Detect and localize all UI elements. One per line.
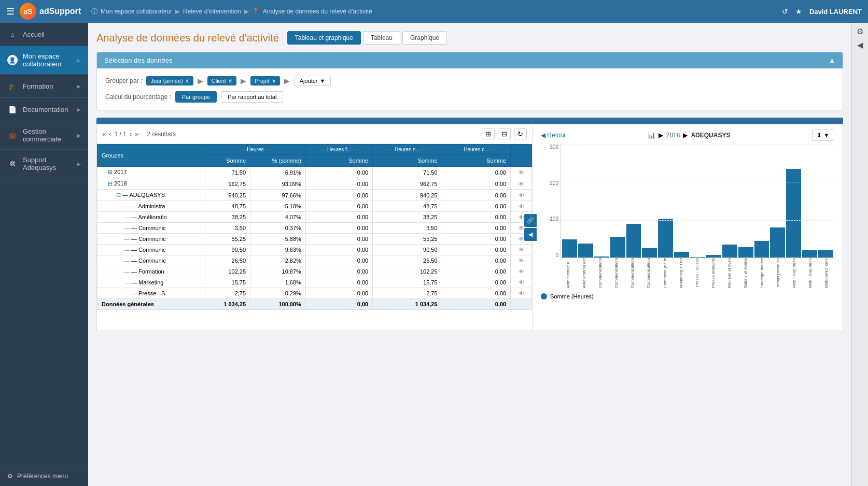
table-cell-pct: 97,66% (250, 190, 306, 201)
bar-item[interactable] (818, 144, 833, 258)
eye-icon[interactable]: 👁 (519, 203, 524, 209)
table-cell-eye[interactable]: 👁 (511, 288, 532, 299)
eye-icon[interactable]: 👁 (519, 268, 524, 275)
bar-item[interactable] (770, 144, 785, 258)
last-page-btn[interactable]: » (135, 130, 138, 138)
next-page-btn[interactable]: › (130, 130, 132, 138)
eye-icon[interactable]: 👁 (519, 214, 524, 220)
sidebar-footer-preferences[interactable]: ⚙ Préférences menu (0, 466, 88, 486)
add-group-btn[interactable]: Ajouter ▼ (294, 76, 331, 86)
table-cell-somme1: 90,50 (205, 245, 250, 255)
bar-item[interactable] (722, 144, 737, 258)
tag-projet-remove[interactable]: ✕ (272, 78, 276, 84)
pagination-bar: « ‹ 1 / 1 › » 2 résultats ⊞ ⊟ ↻ (97, 124, 532, 144)
tab-tableau[interactable]: Tableau (363, 31, 400, 45)
doc-icon: 📄 (7, 104, 18, 115)
table-cell-eye[interactable]: 👁 (511, 266, 532, 277)
table-cell-somme4: 0,00 (442, 288, 511, 299)
bar-item[interactable] (706, 144, 721, 258)
tag-jour-remove[interactable]: ✕ (185, 78, 189, 84)
eye-icon[interactable]: 👁 (519, 181, 524, 187)
sidebar-item-documentation[interactable]: 📄 Documentation ▶ (0, 98, 88, 121)
table-cell-pct: 5,88% (250, 234, 306, 245)
table-cell-somme3: 38,25 (373, 212, 442, 223)
breadcrumb-item-1[interactable]: Mon espace collaborateur (101, 8, 172, 15)
bar-label: Communications diver... (625, 258, 640, 289)
bar-item[interactable] (690, 144, 705, 258)
side-arrow-link[interactable]: 🔗 (524, 214, 537, 227)
y-axis: 300 200 100 0 (541, 144, 561, 258)
eye-icon[interactable]: 👁 (519, 169, 524, 176)
eye-icon[interactable]: 👁 (519, 192, 524, 198)
table-cell-somme4: 0,00 (442, 234, 511, 245)
chart-year[interactable]: 2018 (666, 132, 680, 139)
tag-client-remove[interactable]: ✕ (228, 78, 232, 84)
table-cell-eye[interactable]: 👁 (511, 277, 532, 288)
chart-back-btn[interactable]: ◀ Retour (541, 132, 566, 139)
table-cell-somme4: 0,00 (442, 212, 511, 223)
bar-item[interactable] (802, 144, 817, 258)
eye-icon[interactable]: 👁 (519, 236, 524, 242)
table-cell-somme3: 962,75 (373, 178, 442, 190)
sidebar-item-accueil[interactable]: ⌂ Accueil (0, 23, 88, 46)
bar-item[interactable] (562, 144, 577, 258)
bar-item[interactable] (738, 144, 753, 258)
bar-label: Stratégie marketing (754, 258, 769, 289)
eye-icon[interactable]: 👁 (519, 290, 524, 296)
menu-hamburger[interactable]: ☰ (6, 6, 15, 17)
sidebar-item-espace[interactable]: 👤 Mon espace collaborateur ▶ (0, 46, 88, 75)
table-cell-pct: 5,18% (250, 201, 306, 212)
expand-btn[interactable]: ⊟ (108, 180, 113, 187)
refresh-btn[interactable]: ↻ (514, 128, 527, 139)
side-arrow-left[interactable]: ◀ (524, 228, 537, 241)
collapse-icon[interactable]: ▲ (829, 56, 835, 64)
sidebar-item-formation[interactable]: 🎓 Formation ▶ (0, 75, 88, 98)
eye-icon[interactable]: 👁 (519, 279, 524, 285)
table-cell-eye[interactable]: 👁 (511, 178, 532, 190)
table-cell-eye[interactable]: 👁 (511, 167, 532, 178)
expand-btn[interactable]: ⊟ (116, 192, 121, 198)
sidebar-item-support[interactable]: 🛠 Support Adequasys ▶ (0, 150, 88, 178)
prev-page-btn[interactable]: ‹ (109, 130, 111, 138)
selection-body: Grouper par : Jour (année) ✕ ▶ Client ✕ … (97, 68, 843, 110)
table-cell-somme1: 3,50 (205, 223, 250, 234)
eye-icon[interactable]: 👁 (519, 258, 524, 264)
sidebar-item-gestion[interactable]: 💼 Gestion commerciale ▶ (0, 121, 88, 150)
breadcrumb-item-2[interactable]: Relevé d'intervention (183, 8, 241, 15)
bar-item[interactable] (594, 144, 609, 258)
pct-btn-total[interactable]: Par rapport au total (221, 91, 283, 103)
first-page-btn[interactable]: « (102, 130, 106, 138)
table-cell-eye[interactable]: 👁 (511, 201, 532, 212)
bar-item[interactable] (578, 144, 593, 258)
bar-item[interactable] (610, 144, 625, 258)
pct-btn-groupe[interactable]: Par groupe (175, 91, 217, 103)
sidebar-arrow-gestion: ▶ (77, 133, 81, 138)
bar-item[interactable] (658, 144, 673, 258)
table-cell-eye[interactable]: 👁 (511, 245, 532, 255)
eye-icon[interactable]: 👁 (519, 247, 524, 253)
tag-client: Client ✕ (207, 76, 236, 85)
table-cell-pct: 93,09% (250, 178, 306, 190)
bar-item[interactable] (626, 144, 641, 258)
filter-toggle-btn[interactable]: ⚙ (857, 27, 863, 36)
bar-item[interactable] (642, 144, 657, 258)
table-cell-eye[interactable]: 👁 (511, 255, 532, 266)
filter-arrow-btn[interactable]: ◀ (857, 40, 863, 50)
expand-btn[interactable]: ⊞ (108, 169, 113, 175)
export-excel-btn[interactable]: ⊞ (482, 128, 495, 139)
table-cell-pct: 6,91% (250, 167, 306, 178)
main-content: Analyse de données du relevé d'activité … (88, 23, 851, 486)
table-cell-eye[interactable]: 👁 (511, 190, 532, 201)
bar-item[interactable] (754, 144, 769, 258)
columns-btn[interactable]: ⊟ (498, 128, 511, 139)
eye-icon[interactable]: 👁 (519, 225, 524, 231)
bar-fill (738, 247, 753, 258)
tab-tableau-graphique[interactable]: Tableau et graphique (287, 31, 361, 45)
favorites-icon[interactable]: ★ (795, 7, 802, 16)
history-icon[interactable]: ↺ (782, 7, 788, 16)
tab-graphique[interactable]: Graphique (402, 31, 447, 45)
total-pct: 100,00% (250, 299, 306, 310)
bar-item[interactable] (674, 144, 689, 258)
chart-download-btn[interactable]: ⬇ ▼ (812, 130, 834, 141)
bar-item[interactable] (786, 144, 801, 258)
